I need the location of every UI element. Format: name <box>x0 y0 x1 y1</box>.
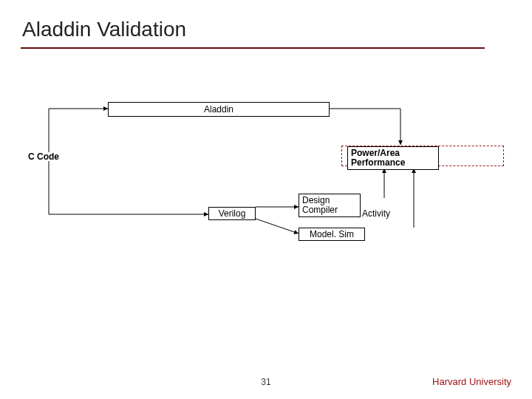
modelsim-label: Model. Sim <box>310 229 354 239</box>
activity-label: Activity <box>362 208 390 219</box>
aladdin-node: Aladdin <box>108 102 330 117</box>
aladdin-label: Aladdin <box>204 104 233 115</box>
c-code-node: C Code <box>28 151 59 162</box>
footer-university: Harvard University <box>432 376 511 387</box>
design-compiler-line2: Compiler <box>302 205 338 215</box>
power-area-line2: Performance <box>351 158 405 168</box>
connectors <box>0 0 532 399</box>
title-underline <box>21 47 485 49</box>
verilog-label: Verilog <box>219 208 246 219</box>
design-compiler-node: Design Compiler <box>299 194 361 217</box>
modelsim-node: Model. Sim <box>299 228 365 241</box>
verilog-node: Verilog <box>208 207 256 220</box>
page-title: Aladdin Validation <box>22 18 186 41</box>
slide: Aladdin Validation Aladdin C Code Power/… <box>0 0 532 399</box>
power-area-performance-node: Power/Area Performance <box>347 146 439 170</box>
